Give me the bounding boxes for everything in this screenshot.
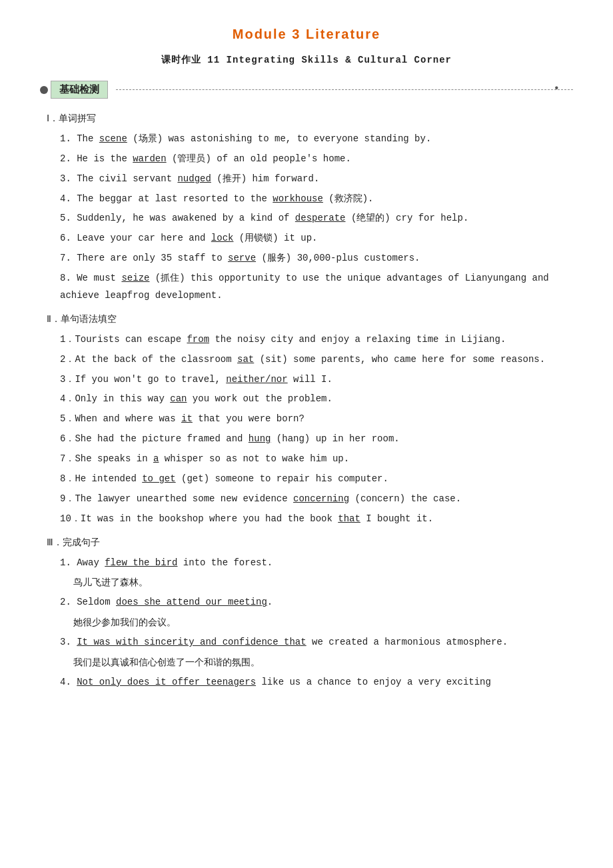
part2-item-10: 10．It was in the bookshop where you had … (60, 511, 573, 528)
part2-item-3: 3．If you won't go to travel, neither/nor… (60, 371, 573, 389)
section-header: 基础检测 (40, 81, 573, 99)
part3-item-2-en: 2. Seldom does she attend our meeting. (60, 594, 573, 611)
part2-item-8: 8．He intended to get (get) someone to re… (60, 471, 573, 488)
part2-item-9: 9．The lawyer unearthed some new evidence… (60, 491, 573, 508)
part3-item-2-zh: 她很少参加我们的会议。 (73, 614, 573, 631)
part1-item-6: 6. Leave your car here and lock (用锁锁) it… (60, 230, 573, 247)
part3-item-1-zh: 鸟儿飞进了森林。 (73, 574, 573, 591)
part3-item-3-zh: 我们是以真诚和信心创造了一个和谐的氛围。 (73, 654, 573, 671)
part1-item-5: 5. Suddenly, he was awakened by a kind o… (60, 210, 573, 227)
part3-item-1-en: 1. Away flew the bird into the forest. (60, 555, 573, 572)
part1-item-8: 8. We must seize (抓住) this opportunity t… (60, 270, 573, 305)
part3-item-3-en: 3. It was with sincerity and confidence … (60, 634, 573, 651)
part1-item-2: 2. He is the warden (管理员) of an old peop… (60, 151, 573, 168)
part3-label: Ⅲ．完成句子 (47, 535, 573, 552)
section-dashes (116, 89, 573, 90)
part1-item-1: 1. The scene (场景) was astonishing to me,… (60, 131, 573, 148)
part2-item-5: 5．When and where was it that you were bo… (60, 411, 573, 428)
part3-item-4-en: 4. Not only does it offer teenagers like… (60, 674, 573, 691)
part2-item-4: 4．Only in this way can you work out the … (60, 391, 573, 408)
part2-item-7: 7．She speaks in a whisper so as not to w… (60, 451, 573, 468)
subtitle: 课时作业 11 Integrating Skills & Cultural Co… (40, 54, 573, 66)
part2-item-1: 1．Tourists can escape from the noisy cit… (60, 331, 573, 349)
part1-item-4: 4. The beggar at last resorted to the wo… (60, 191, 573, 208)
part2-item-6: 6．She had the picture framed and hung (h… (60, 431, 573, 448)
part2-item-2: 2．At the back of the classroom sat (sit)… (60, 351, 573, 369)
section-label-box: 基础检测 (51, 81, 108, 99)
part1-item-7: 7. There are only 35 staff to serve (服务)… (60, 250, 573, 267)
part1-item-3: 3. The civil servant nudged (推开) him for… (60, 171, 573, 188)
part2-label: Ⅱ．单句语法填空 (47, 311, 573, 329)
module-title: Module 3 Literature (40, 27, 573, 42)
section-dot (40, 86, 48, 94)
part1-label: Ⅰ．单词拼写 (47, 111, 573, 128)
